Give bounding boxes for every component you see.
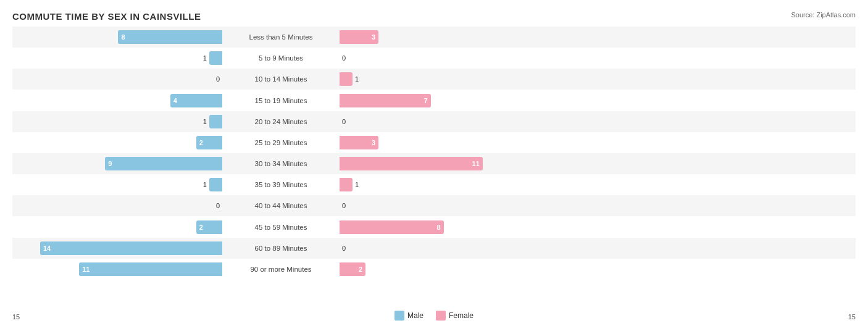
right-section: 0 xyxy=(340,48,549,69)
male-zero: 0 xyxy=(216,75,220,83)
left-section: 1 xyxy=(12,48,222,69)
female-zero: 0 xyxy=(342,54,346,62)
female-value: 7 xyxy=(420,97,430,104)
left-section: 1 xyxy=(12,111,222,132)
male-legend-label: Male xyxy=(407,311,424,320)
chart-area: 8 Less than 5 Minutes 3 1 5 to 9 Minu xyxy=(12,27,856,280)
right-section: 8 xyxy=(340,217,549,238)
row-label: 45 to 59 Minutes xyxy=(222,224,340,231)
right-section: 1 xyxy=(340,174,549,195)
left-section: 14 xyxy=(12,238,222,259)
female-value: 3 xyxy=(369,139,378,146)
row-label: 25 to 29 Minutes xyxy=(222,139,340,146)
female-zero: 0 xyxy=(342,245,346,252)
right-section: 2 xyxy=(340,259,549,280)
female-bar xyxy=(340,178,353,191)
male-value-outside: 1 xyxy=(203,54,207,62)
right-section: 3 xyxy=(340,132,549,153)
male-bar: 4 xyxy=(170,94,222,107)
female-zero: 0 xyxy=(342,118,346,125)
male-bar: 2 xyxy=(196,220,222,234)
female-bar: 2 xyxy=(340,262,365,276)
female-value: 3 xyxy=(369,33,378,41)
axis-left: 15 xyxy=(12,313,20,321)
row-label: 20 to 24 Minutes xyxy=(222,118,340,125)
bar-row: 2 25 to 29 Minutes 3 xyxy=(12,132,856,153)
male-value: 14 xyxy=(40,245,54,252)
male-bar: 8 xyxy=(118,30,222,44)
left-section: 4 xyxy=(12,90,222,111)
source-text: Source: ZipAtlas.com xyxy=(791,11,856,19)
bar-row: 0 40 to 44 Minutes 0 xyxy=(12,195,856,216)
male-value: 4 xyxy=(170,97,180,104)
female-value: 8 xyxy=(433,224,443,231)
row-label: 30 to 34 Minutes xyxy=(222,160,340,167)
right-section: 0 xyxy=(340,111,549,132)
male-value: 11 xyxy=(79,266,93,273)
male-value: 2 xyxy=(196,224,206,231)
left-section: 2 xyxy=(12,132,222,153)
left-section: 9 xyxy=(12,153,222,174)
male-bar: 11 xyxy=(79,262,222,276)
row-label: 60 to 89 Minutes xyxy=(222,245,340,252)
bar-row: 14 60 to 89 Minutes 0 xyxy=(12,238,856,259)
bar-row: 9 30 to 34 Minutes 11 xyxy=(12,153,856,174)
female-value: 11 xyxy=(469,160,483,167)
axis-right: 15 xyxy=(848,313,856,321)
left-section: 8 xyxy=(12,27,222,48)
bar-row: 11 90 or more Minutes 2 xyxy=(12,259,856,280)
right-section: 0 xyxy=(340,195,549,216)
legend-female: Female xyxy=(436,311,474,321)
female-bar xyxy=(340,72,353,86)
female-bar: 3 xyxy=(340,136,378,149)
bar-row: 1 5 to 9 Minutes 0 xyxy=(12,48,856,69)
male-value: 9 xyxy=(105,160,115,167)
left-section: 0 xyxy=(12,195,222,216)
bar-row: 4 15 to 19 Minutes 7 xyxy=(12,90,856,111)
bar-row: 1 20 to 24 Minutes 0 xyxy=(12,111,856,132)
female-value-outside: 1 xyxy=(355,75,359,83)
legend-male: Male xyxy=(394,311,424,321)
male-value-outside: 1 xyxy=(203,181,207,188)
row-label: 5 to 9 Minutes xyxy=(222,54,340,62)
male-bar: 2 xyxy=(196,136,222,149)
row-label: Less than 5 Minutes xyxy=(222,33,340,41)
right-section: 7 xyxy=(340,90,549,111)
male-value-outside: 1 xyxy=(203,118,207,125)
left-section: 1 xyxy=(12,174,222,195)
row-label: 15 to 19 Minutes xyxy=(222,97,340,104)
bar-row: 0 10 to 14 Minutes 1 xyxy=(12,69,856,90)
right-section: 1 xyxy=(340,69,549,90)
female-value: 2 xyxy=(356,266,365,273)
chart-container: COMMUTE TIME BY SEX IN CAINSVILLE Source… xyxy=(0,0,868,323)
bar-row: 8 Less than 5 Minutes 3 xyxy=(12,27,856,48)
right-section: 0 xyxy=(340,238,549,259)
row-label: 10 to 14 Minutes xyxy=(222,75,340,83)
male-bar xyxy=(209,178,222,191)
row-label: 35 to 39 Minutes xyxy=(222,181,340,188)
male-value: 2 xyxy=(196,139,206,146)
right-section: 11 xyxy=(340,153,549,174)
right-section: 3 xyxy=(340,27,549,48)
left-section: 0 xyxy=(12,69,222,90)
row-label: 90 or more Minutes xyxy=(222,266,340,273)
left-section: 11 xyxy=(12,259,222,280)
legend: Male Female xyxy=(394,311,474,321)
bar-row: 1 35 to 39 Minutes 1 xyxy=(12,174,856,195)
male-legend-box xyxy=(394,311,404,321)
female-bar: 11 xyxy=(340,157,483,170)
male-zero: 0 xyxy=(216,202,220,209)
female-legend-box xyxy=(436,311,446,321)
female-bar: 8 xyxy=(340,220,444,234)
male-bar: 9 xyxy=(105,157,222,170)
left-section: 2 xyxy=(12,217,222,238)
female-zero: 0 xyxy=(342,202,346,209)
row-label: 40 to 44 Minutes xyxy=(222,202,340,209)
female-bar: 3 xyxy=(340,30,378,44)
male-bar xyxy=(209,115,222,128)
bar-row: 2 45 to 59 Minutes 8 xyxy=(12,217,856,238)
female-bar: 7 xyxy=(340,94,431,107)
female-value-outside: 1 xyxy=(355,181,359,188)
male-value: 8 xyxy=(118,33,128,41)
chart-title: COMMUTE TIME BY SEX IN CAINSVILLE xyxy=(12,11,856,22)
